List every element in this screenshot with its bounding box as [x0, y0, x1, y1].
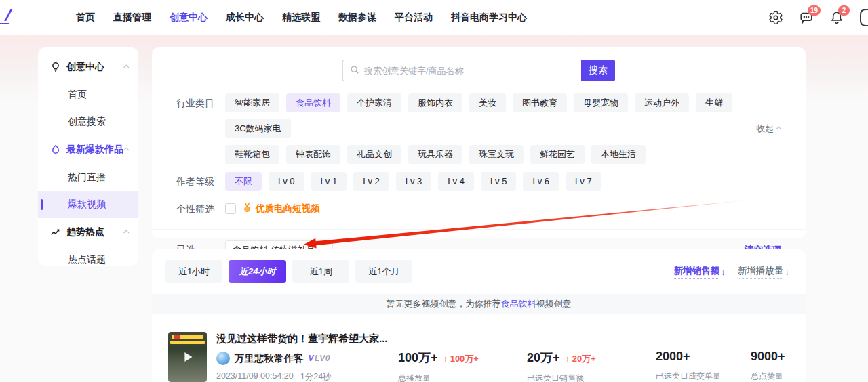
industry-chip[interactable]: 本地生活 [591, 145, 646, 164]
video-list-item: 没见过这样带货的！董宇辉希望大家... 万里悲秋常作客 VLV0 2023/11… [152, 314, 806, 382]
arrow-down-icon: ↓ [721, 267, 726, 277]
level-chip[interactable]: Lv 3 [396, 172, 432, 191]
author-level-badge: VLV0 [309, 354, 330, 363]
nav-item[interactable]: 创意中心 [170, 12, 208, 24]
nav-item[interactable]: 成长中心 [226, 12, 264, 24]
filter-panel: 搜索 行业类目 智能家居食品饮料个护家清服饰内衣美妆图书教育母婴宠物运动户外生鲜… [152, 47, 806, 238]
industry-chip[interactable]: 图书教育 [513, 93, 567, 112]
header-actions: 19 2 [768, 0, 854, 35]
author-level-label: 作者等级 [176, 172, 225, 191]
notice-category-highlight: 食品饮料 [501, 298, 536, 310]
time-tab[interactable]: 近1个月 [355, 260, 412, 283]
sort-links: 新增销售额 ↓ 新增播放量 ↓ [674, 265, 790, 279]
sidebar-item-creative-search[interactable]: 创意搜索 [38, 108, 138, 135]
sidebar-item-hot-topics[interactable]: 热点话题 [38, 247, 138, 274]
nav-item[interactable]: 首页 [76, 12, 95, 24]
time-tab[interactable]: 近1小时 [165, 260, 222, 283]
time-tab[interactable]: 近1周 [292, 260, 349, 283]
stat-block: 2000+ 已选类目成交单量 [656, 349, 751, 382]
author-name: 万里悲秋常作客 [235, 352, 304, 365]
level-chip[interactable]: Lv 4 [438, 172, 474, 191]
sidebar-section-latest-hits[interactable]: 最新爆款作品 [38, 135, 138, 164]
video-datetime: 2023/11/09 00:54:20 [216, 371, 294, 382]
industry-chip[interactable]: 钟表配饰 [286, 145, 340, 164]
industry-chip[interactable]: 智能家居 [225, 93, 279, 112]
messages-badge: 19 [808, 5, 821, 16]
nav-item[interactable]: 直播管理 [113, 12, 151, 24]
stat-block: 20万+ ↑ 20万+ 已选类目销售额 [527, 349, 656, 382]
author-level-chips: 不限Lv 0Lv 1Lv 2Lv 3Lv 4Lv 5Lv 6Lv 7 [225, 172, 781, 191]
level-chip[interactable]: Lv 1 [311, 172, 347, 191]
industry-chips-row1: 智能家居食品饮料个护家清服饰内衣美妆图书教育母婴宠物运动户外生鲜3C数码家电 [225, 93, 753, 138]
level-chip[interactable]: Lv 6 [523, 172, 559, 191]
sidebar-item-hit-videos[interactable]: 爆款视频 [38, 191, 138, 218]
medal-icon [242, 203, 252, 215]
video-thumbnail[interactable] [168, 332, 207, 382]
industry-chip[interactable]: 玩具乐器 [408, 145, 462, 164]
nav-item[interactable]: 数据参谋 [338, 12, 376, 24]
level-chip[interactable]: Lv 5 [481, 172, 517, 191]
play-icon [184, 352, 192, 362]
logo-fragment[interactable] [0, 9, 12, 25]
industry-chip[interactable]: 生鲜 [696, 93, 732, 112]
sidebar-item-home[interactable]: 首页 [38, 81, 138, 108]
search-input[interactable] [364, 66, 574, 76]
level-chip[interactable]: Lv 2 [353, 172, 389, 191]
avatar-partial[interactable] [860, 9, 868, 26]
industry-chip[interactable]: 运动户外 [635, 93, 689, 112]
industry-chip[interactable]: 母婴宠物 [574, 93, 628, 112]
notifications-button[interactable]: 2 [829, 10, 844, 25]
primary-nav: 首页直播管理创意中心成长中心精选联盟数据参谋平台活动抖音电商学习中心 [76, 12, 527, 24]
personal-filter-label: 个性筛选 [176, 199, 225, 218]
nav-item[interactable]: 平台活动 [395, 12, 433, 24]
sort-link[interactable]: 新增销售额 ↓ [674, 265, 726, 279]
trend-line-icon [50, 227, 61, 238]
industry-chip[interactable]: 食品饮料 [286, 93, 340, 112]
stat-block: 100万+ ↑ 100万+ 总播放量 [398, 349, 527, 382]
time-tab[interactable]: 近24小时 [229, 260, 286, 283]
level-chip[interactable]: 不限 [225, 172, 262, 191]
fire-drop-icon [50, 144, 61, 155]
author-avatar [216, 352, 230, 365]
collapse-toggle[interactable]: 收起 [756, 93, 781, 164]
industry-filter-label: 行业类目 [176, 93, 225, 164]
top-nav-bar: 首页直播管理创意中心成长中心精选联盟数据参谋平台活动抖音电商学习中心 [0, 0, 868, 35]
industry-chips-row2: 鞋靴箱包钟表配饰礼品文创玩具乐器珠宝文玩鲜花园艺本地生活 [225, 145, 753, 164]
lightbulb-icon [50, 62, 61, 72]
video-duration: 1分24秒 [300, 371, 332, 382]
chevron-up-icon [776, 126, 781, 131]
sidebar-section-trend-hotspots[interactable]: 趋势热点 [38, 218, 138, 247]
video-author[interactable]: 万里悲秋常作客 VLV0 [216, 352, 398, 365]
industry-chip[interactable]: 礼品文创 [347, 145, 401, 164]
industry-chip[interactable]: 美妆 [469, 93, 506, 112]
stat-block: 9000+ 总点赞量 [751, 349, 791, 382]
industry-chip[interactable]: 鞋靴箱包 [225, 145, 279, 164]
search-box: 搜索 [342, 60, 615, 81]
quality-checkbox[interactable] [225, 203, 236, 214]
industry-chip[interactable]: 鲜花园艺 [530, 145, 585, 164]
sidebar: 创意中心 首页 创意搜索 最新爆款作品 热门直播 爆款视频 趋势热点 热点话题 [38, 47, 138, 266]
video-meta: 2023/11/09 00:54:20 1分24秒 [216, 371, 398, 382]
sidebar-item-hot-lives[interactable]: 热门直播 [38, 164, 138, 191]
messages-button[interactable]: 19 [799, 10, 814, 25]
recommendation-notice: 暂无更多视频创意，为你推荐食品饮料视频创意 [152, 294, 806, 314]
sort-link[interactable]: 新增播放量 ↓ [738, 265, 789, 279]
results-panel: 近1小时近24小时近1周近1个月 新增销售额 ↓ 新增播放量 ↓ 暂无更多视频创… [152, 249, 806, 382]
level-chip[interactable]: Lv 7 [566, 172, 601, 191]
sidebar-section-creative-center[interactable]: 创意中心 [38, 53, 138, 81]
industry-chip[interactable]: 个护家清 [347, 93, 401, 112]
time-range-tabs: 近1小时近24小时近1周近1个月 [165, 260, 412, 283]
industry-chip[interactable]: 服饰内衣 [408, 93, 462, 112]
industry-chip[interactable]: 珠宝文玩 [469, 145, 524, 164]
nav-item[interactable]: 抖音电商学习中心 [451, 12, 527, 24]
search-button[interactable]: 搜索 [581, 60, 615, 81]
gear-icon [768, 10, 783, 25]
video-title[interactable]: 没见过这样带货的！董宇辉希望大家... [216, 332, 398, 345]
settings-button[interactable] [768, 10, 783, 25]
quality-video-option[interactable]: 优质电商短视频 [242, 203, 320, 215]
search-icon [350, 65, 359, 77]
nav-item[interactable]: 精选联盟 [282, 12, 320, 24]
notifications-badge: 2 [838, 5, 850, 16]
level-chip[interactable]: Lv 0 [269, 172, 304, 191]
industry-chip[interactable]: 3C数码家电 [225, 119, 291, 138]
